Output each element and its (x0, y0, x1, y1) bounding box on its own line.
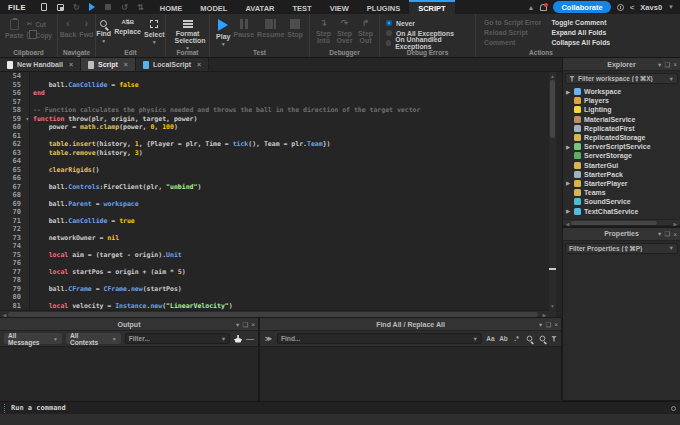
copy-button[interactable]: Copy (27, 30, 52, 40)
line-number[interactable]: 71 (0, 217, 29, 226)
ribbon-tab-model[interactable]: MODEL (191, 0, 236, 14)
code-editor[interactable]: 545556575859▾606162636465666768697071727… (0, 72, 562, 317)
code-lines[interactable]: ball.CanCollide = falseend-- Function ca… (31, 72, 548, 310)
explorer-item-replicatedstorage[interactable]: ReplicatedStorage (563, 133, 680, 142)
expand-arrow-icon[interactable]: ▶ (565, 89, 571, 95)
messages-filter-dropdown[interactable]: All Messages ▼ (4, 333, 62, 344)
line-number[interactable]: 64 (0, 157, 29, 166)
properties-filter[interactable]: ▼ (565, 243, 678, 254)
command-bar[interactable] (0, 401, 680, 414)
line-number[interactable]: 63 (0, 149, 29, 158)
paste-button[interactable]: Paste (5, 17, 24, 39)
whole-word-button[interactable]: Ab (499, 335, 508, 342)
output-header[interactable]: Output ▾ ❏ × (0, 318, 258, 331)
close-tab-icon[interactable]: × (124, 61, 128, 68)
close-icon[interactable]: × (673, 61, 677, 68)
line-number[interactable]: 60 (0, 123, 29, 132)
line-number[interactable]: 79 (0, 285, 29, 294)
play-button[interactable]: Play ▼ (216, 17, 230, 46)
vertical-scroll-thumb[interactable] (550, 80, 555, 138)
ribbon-tab-plugins[interactable]: PLUGINS (358, 0, 409, 14)
line-number[interactable]: 73 (0, 234, 29, 243)
code-line[interactable]: ball.CanCollide = false (33, 81, 548, 90)
code-line[interactable]: ball.CFrame = CFrame.new(startPos) (33, 285, 548, 294)
undo-icon[interactable]: ↺ (120, 2, 129, 12)
float-window-icon[interactable]: ❏ (242, 321, 248, 329)
code-line[interactable] (33, 132, 548, 141)
explorer-header[interactable]: Explorer ▾ ❏ × (563, 58, 680, 71)
search-filter-funnel-icon[interactable] (551, 336, 557, 342)
line-number[interactable]: 74 (0, 242, 29, 251)
history-icon[interactable] (617, 4, 624, 11)
find-button[interactable]: Find ▼ (96, 17, 111, 43)
code-line[interactable] (33, 72, 548, 81)
explorer-item-soundservice[interactable]: SoundService (563, 197, 680, 206)
scroll-up-icon[interactable]: ▲ (549, 73, 556, 79)
line-number[interactable]: 62 (0, 140, 29, 149)
redo-icon[interactable]: ↻ (72, 2, 81, 12)
back-button[interactable]: ‹ Back (60, 17, 77, 38)
reload-script-button[interactable]: Reload Script (484, 29, 541, 37)
explorer-item-replicatedfirst[interactable]: ReplicatedFirst (563, 124, 680, 133)
explorer-filter[interactable]: ▼ (565, 73, 678, 84)
doc-tab-new-handball[interactable]: New Handball× (0, 58, 81, 71)
ribbon-tab-view[interactable]: VIEW (321, 0, 358, 14)
expand-all-folds-button[interactable]: Expand All Folds (551, 29, 610, 37)
code-line[interactable] (33, 208, 548, 217)
debug-errors-never-option[interactable]: Never (386, 19, 469, 27)
find-panel-header[interactable]: Find All / Replace All ▾ ❏ × (260, 318, 561, 331)
float-window-icon[interactable]: ❏ (545, 321, 551, 329)
new-file-icon[interactable] (40, 2, 49, 12)
code-line[interactable]: local aim = (target - origin).Unit (33, 251, 548, 260)
code-line[interactable] (33, 191, 548, 200)
line-number[interactable]: 67 (0, 183, 29, 192)
editor-horizontal-scrollbar[interactable]: ◀ ▶ (0, 310, 549, 317)
code-line[interactable]: table.remove(history, 3) (33, 149, 548, 158)
open-file-icon[interactable] (56, 2, 65, 12)
explorer-item-serverscriptservice[interactable]: ▶ServerScriptService (563, 142, 680, 151)
replace-all-search-icon[interactable] (538, 334, 547, 343)
editor-vertical-scrollbar[interactable]: ▲ ▼ (549, 72, 556, 310)
line-number[interactable]: 81 (0, 302, 29, 311)
code-line[interactable]: ball.Controls:FireClient(plr, "unbind") (33, 183, 548, 192)
explorer-item-lighting[interactable]: Lighting (563, 105, 680, 114)
expand-replace-icon[interactable]: ≫ (264, 335, 273, 343)
expand-arrow-icon[interactable]: ▶ (565, 144, 571, 150)
goto-script-error-button[interactable]: Go to Script Error (484, 19, 541, 27)
line-number[interactable]: 57 (0, 98, 29, 107)
ribbon-tab-home[interactable]: HOME (151, 0, 192, 14)
match-case-button[interactable]: Aa (486, 335, 495, 342)
scroll-left-icon[interactable]: ◀ (1, 312, 8, 317)
code-line[interactable] (33, 259, 548, 268)
horizontal-scroll-thumb[interactable] (8, 312, 538, 317)
float-window-icon[interactable]: ❏ (664, 230, 670, 238)
file-menu[interactable]: FILE (0, 0, 34, 14)
explorer-horizontal-scrollbar[interactable]: ◀ ▶ (563, 219, 680, 226)
play-quick-icon[interactable] (88, 2, 97, 12)
code-line[interactable]: -- Function calculates the physics neede… (33, 106, 548, 115)
share-icon[interactable]: < (630, 3, 635, 12)
line-number[interactable]: 69 (0, 200, 29, 209)
code-line[interactable] (33, 242, 548, 251)
regex-button[interactable]: .* (512, 335, 521, 342)
chevron-down-icon[interactable]: ▼ (221, 336, 226, 342)
explorer-item-textchatservice[interactable]: ▶TextChatService (563, 206, 680, 215)
explorer-item-materialservice[interactable]: MaterialService (563, 115, 680, 124)
code-line[interactable]: table.insert(history, 1, {Player = plr, … (33, 140, 548, 149)
code-line[interactable]: local startPos = origin + (aim * 5) (33, 268, 548, 277)
code-line[interactable] (33, 98, 548, 107)
chevron-down-icon[interactable]: ▾ (236, 321, 239, 329)
chevron-down-icon[interactable]: ▾ (539, 321, 542, 329)
cut-button[interactable]: ✂ Cut (27, 19, 52, 29)
close-tab-icon[interactable]: × (197, 61, 201, 68)
debug-errors-on-unhandled-option[interactable]: On Unhandled Exceptions (386, 39, 469, 47)
line-number[interactable]: 76 (0, 259, 29, 268)
contexts-filter-dropdown[interactable]: All Contexts ▼ (66, 333, 121, 344)
doc-tab-script[interactable]: Script× (81, 58, 136, 71)
output-filter-input[interactable] (129, 335, 218, 342)
find-input[interactable] (281, 335, 470, 342)
scroll-right-icon[interactable]: ▶ (541, 312, 548, 317)
resume-button[interactable]: Resume (257, 17, 284, 38)
fold-arrow-icon[interactable]: ▾ (25, 115, 29, 124)
ribbon-tab-test[interactable]: TEST (283, 0, 320, 14)
